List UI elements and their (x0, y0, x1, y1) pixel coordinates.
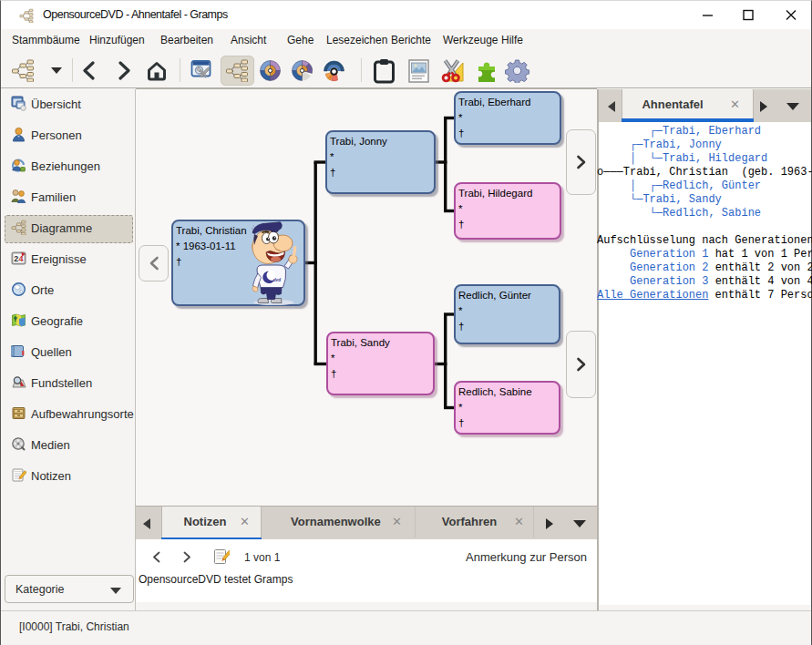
svg-text:2: 2 (14, 254, 18, 263)
svg-text:.dvd: .dvd (272, 278, 282, 282)
